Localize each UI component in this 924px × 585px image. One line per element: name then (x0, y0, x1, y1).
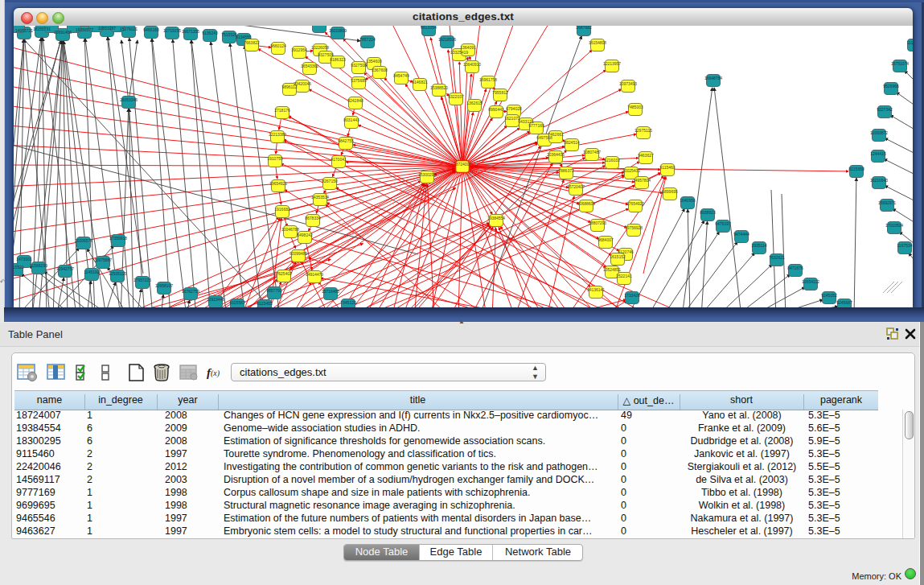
svg-text:2935114: 2935114 (751, 243, 766, 248)
svg-text:9245687: 9245687 (836, 300, 852, 305)
svg-text:6479197: 6479197 (715, 221, 731, 226)
svg-text:8471676: 8471676 (787, 266, 803, 270)
svg-text:13958107: 13958107 (155, 283, 173, 288)
svg-text:8134555: 8134555 (236, 35, 252, 39)
svg-text:16210643: 16210643 (870, 178, 888, 183)
svg-text:33975887: 33975887 (94, 257, 112, 262)
svg-text:13226058: 13226058 (311, 45, 329, 50)
svg-text:4170041: 4170041 (331, 157, 347, 162)
svg-text:17654923: 17654923 (626, 201, 644, 206)
svg-text:10654112: 10654112 (802, 279, 819, 284)
svg-text:9660124: 9660124 (270, 43, 286, 48)
svg-text:10807487: 10807487 (583, 150, 601, 154)
svg-text:15692971: 15692971 (878, 200, 896, 205)
svg-text:6216033: 6216033 (604, 158, 620, 163)
svg-text:14136141: 14136141 (587, 287, 605, 292)
svg-text:15751074: 15751074 (891, 61, 909, 66)
svg-text:9115460: 9115460 (659, 165, 675, 170)
svg-text:9857791: 9857791 (266, 288, 282, 293)
svg-text:16033809: 16033809 (329, 28, 347, 33)
svg-text:9242848: 9242848 (347, 98, 363, 103)
svg-text:9463627: 9463627 (638, 153, 654, 158)
svg-text:1354600: 1354600 (366, 59, 382, 64)
svg-text:8267150: 8267150 (322, 179, 338, 183)
svg-text:1916682: 1916682 (274, 207, 290, 212)
svg-text:14957804: 14957804 (633, 178, 651, 183)
svg-text:10046788: 10046788 (281, 227, 299, 232)
svg-text:1733426: 1733426 (624, 293, 640, 298)
svg-text:9474444: 9474444 (733, 232, 749, 237)
svg-text:15276021: 15276021 (120, 27, 138, 31)
svg-text:7345120: 7345120 (340, 300, 356, 305)
svg-text:6899695: 6899695 (662, 189, 678, 194)
svg-text:10719155: 10719155 (163, 28, 181, 33)
svg-text:14914479: 14914479 (306, 272, 323, 277)
svg-text:8215958: 8215958 (848, 167, 864, 171)
svg-text:3824514: 3824514 (564, 140, 580, 145)
svg-text:13640910: 13640910 (463, 62, 481, 67)
svg-text:7886372: 7886372 (558, 168, 574, 173)
svg-text:26053346: 26053346 (120, 97, 138, 102)
svg-text:12923448: 12923448 (207, 297, 224, 302)
svg-text:12942757: 12942757 (56, 266, 74, 271)
svg-text:9327508: 9327508 (351, 63, 367, 68)
svg-text:9174522: 9174522 (311, 26, 327, 27)
svg-text:1167534: 1167534 (897, 243, 912, 248)
svg-text:17957225: 17957225 (133, 278, 151, 282)
svg-text:3915521: 3915521 (14, 265, 24, 270)
svg-text:12093872: 12093872 (870, 130, 888, 135)
svg-text:9136243: 9136243 (202, 31, 218, 35)
svg-text:9896112: 9896112 (281, 84, 297, 89)
svg-text:1145192: 1145192 (84, 270, 99, 274)
svg-text:7515526: 7515526 (221, 32, 237, 37)
svg-text:8813054: 8813054 (421, 26, 437, 30)
svg-text:5498242: 5498242 (297, 233, 313, 237)
svg-text:1112834: 1112834 (907, 40, 913, 45)
svg-text:9245052: 9245052 (821, 293, 837, 298)
svg-text:7485003: 7485003 (627, 105, 643, 109)
svg-text:8454749: 8454749 (393, 73, 409, 78)
svg-text:15300293: 15300293 (418, 172, 436, 177)
svg-text:2522141: 2522141 (616, 274, 632, 278)
svg-text:2687682: 2687682 (576, 26, 592, 30)
svg-text:1910755: 1910755 (267, 156, 283, 161)
svg-text:9227342: 9227342 (877, 107, 893, 112)
svg-text:19218506: 19218506 (438, 37, 456, 42)
svg-text:8678334: 8678334 (305, 216, 321, 220)
svg-text:8938923: 8938923 (700, 210, 716, 215)
svg-text:12975115: 12975115 (634, 128, 652, 133)
svg-text:16671355: 16671355 (182, 29, 199, 34)
svg-text:17359918: 17359918 (109, 236, 127, 241)
svg-text:18255731: 18255731 (33, 27, 51, 31)
svg-text:(x): (x) (211, 369, 220, 378)
svg-text:7955812: 7955812 (492, 90, 508, 95)
svg-text:7462661: 7462661 (548, 132, 564, 137)
svg-text:16782759: 16782759 (182, 289, 199, 294)
svg-text:3912954: 3912954 (291, 47, 307, 52)
svg-text:6322037: 6322037 (448, 94, 464, 99)
svg-text:7663822: 7663822 (244, 40, 260, 45)
svg-text:8990443: 8990443 (488, 107, 504, 112)
svg-text:9777169: 9777169 (528, 123, 544, 128)
svg-text:16648784: 16648784 (704, 76, 722, 80)
svg-text:6794028: 6794028 (506, 106, 522, 111)
svg-text:18807293: 18807293 (589, 220, 606, 225)
svg-text:2367608: 2367608 (372, 68, 388, 72)
svg-text:17010504: 17010504 (885, 223, 903, 228)
svg-text:5375685: 5375685 (351, 78, 367, 83)
svg-text:6466160: 6466160 (143, 27, 159, 32)
svg-text:1362615: 1362615 (466, 101, 483, 105)
svg-text:9146821: 9146821 (412, 80, 428, 84)
svg-text:16961758: 16961758 (479, 77, 497, 82)
svg-text:13524851: 13524851 (603, 267, 621, 272)
svg-text:1473001: 1473001 (16, 257, 32, 262)
svg-text:12505115: 12505115 (109, 271, 126, 276)
svg-text:15388520: 15388520 (430, 85, 448, 90)
svg-text:19654921: 19654921 (269, 181, 287, 186)
svg-text:18724007: 18724007 (454, 162, 471, 167)
svg-text:16154808: 16154808 (589, 40, 606, 45)
svg-text:14353534: 14353534 (311, 195, 329, 200)
svg-text:10973493: 10973493 (619, 81, 637, 86)
svg-text:15720407: 15720407 (567, 184, 585, 189)
svg-text:10688609: 10688609 (577, 201, 595, 206)
